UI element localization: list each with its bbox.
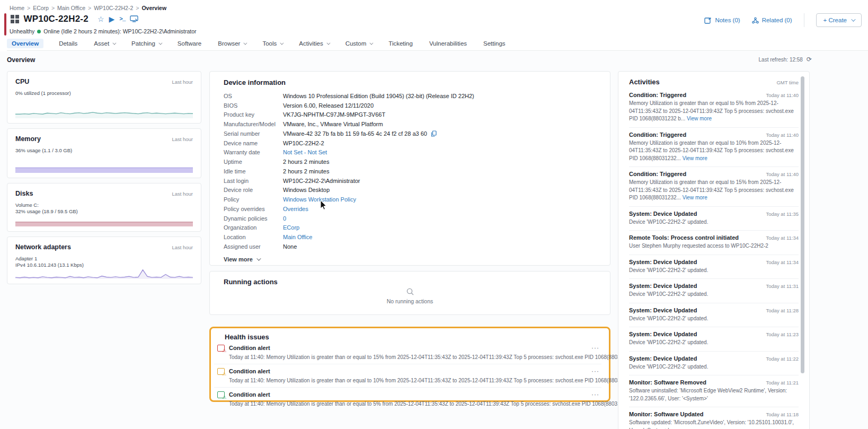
tab-label: Custom <box>346 40 367 47</box>
remote-session-icon[interactable] <box>130 15 138 23</box>
run-automation-icon[interactable]: ▶ <box>109 15 114 23</box>
device-info-label: OS <box>224 93 283 99</box>
activity-item[interactable]: Condition: Triggered Today at 11:40 Memo… <box>629 167 799 207</box>
activity-description: Device 'WP10C-22H2-2' updated. <box>629 218 799 226</box>
device-tab[interactable]: Browser <box>217 39 247 48</box>
row-menu-ellipsis-icon[interactable]: ··· <box>589 367 601 375</box>
activities-panel: Activities GMT time Condition: Triggered… <box>618 71 810 429</box>
device-info-value: VK7JG-NPHTM-C97JM-9MPGT-3V66T <box>283 111 385 118</box>
activity-title: System: Device Updated <box>629 307 697 313</box>
condition-alert-description: Today at 11:40: Memory Utilization is gr… <box>229 401 665 407</box>
condition-alert-label: Condition alert <box>229 368 270 374</box>
device-info-row: Last login WP10C-22H2-2\Administrator <box>224 176 596 186</box>
activity-item[interactable]: System: Device Updated Today at 11:35 De… <box>629 207 799 231</box>
online-dot-icon <box>37 30 41 33</box>
activity-item[interactable]: System: Device Updated Today at 11:34 De… <box>629 255 799 279</box>
favorite-star-icon[interactable]: ☆ <box>98 15 104 23</box>
create-button[interactable]: + Create <box>816 13 862 27</box>
device-info-label: Dynamic policies <box>224 215 283 222</box>
activity-description: Device 'WP10C-22H2-2' updated. <box>629 339 799 347</box>
breadcrumb-item[interactable]: Main Office <box>57 5 85 11</box>
activity-title: System: Device Updated <box>629 259 697 265</box>
breadcrumb-item[interactable]: ECorp <box>33 5 49 11</box>
activities-timezone: GMT time <box>776 80 799 85</box>
activity-time: Today at 11:34 <box>766 259 799 265</box>
activity-item[interactable]: Remote Tools: Process control initiated … <box>629 231 799 255</box>
health-status-label: Unhealthy <box>10 28 34 34</box>
breadcrumb-item[interactable]: Overview <box>141 5 166 11</box>
terminal-icon[interactable]: >_ <box>119 16 125 22</box>
breadcrumb-item[interactable]: WP10C-22H2-2 <box>94 5 133 11</box>
device-tab[interactable]: Patching <box>130 39 162 48</box>
view-more-toggle[interactable]: View more <box>224 256 596 262</box>
device-info-row: Serial number VMware-42 32 7b fa bb 11 5… <box>224 129 596 138</box>
view-more-link[interactable]: View more <box>683 155 707 161</box>
device-tab[interactable]: Tools <box>261 39 284 48</box>
device-tab[interactable]: Overview <box>7 39 43 48</box>
create-button-label: + Create <box>823 17 847 23</box>
activity-title: Monitor: Software Removed <box>629 379 706 386</box>
device-info-row: Warranty date Not Set - Not Set <box>224 148 596 157</box>
related-label: Related (0) <box>762 17 792 23</box>
activity-item[interactable]: Condition: Triggered Today at 11:40 Memo… <box>629 128 799 168</box>
device-tab[interactable]: Custom <box>344 39 374 48</box>
activity-description: Device 'WP10C-22H2-2' updated. <box>629 315 799 323</box>
device-info-row: Idle time 2 hours 2 minutes <box>224 167 596 176</box>
refresh-icon[interactable]: ⟳ <box>807 56 812 63</box>
activities-scrollbar[interactable] <box>801 76 804 373</box>
device-tab[interactable]: Settings <box>482 39 507 48</box>
metric-line-1: Volume C: <box>7 197 201 208</box>
metric-card: CPU Last hour 0% utilized (1 processor) <box>7 71 201 124</box>
related-button[interactable]: Related (0) <box>752 17 792 24</box>
device-information-card: Device information OS Windows 10 Profess… <box>209 71 610 266</box>
activity-time: Today at 11:31 <box>766 283 799 289</box>
activity-title: System: Device Updated <box>629 355 697 362</box>
metric-line-1: Adapter 1 <box>7 251 201 261</box>
activity-item[interactable]: System: Device Updated Today at 11:28 De… <box>629 303 799 328</box>
device-tab[interactable]: Asset <box>93 39 116 48</box>
chevron-down-icon <box>256 256 261 260</box>
chevron-down-icon <box>112 41 116 45</box>
metric-card-period: Last hour <box>172 244 193 250</box>
view-more-link[interactable]: View more <box>687 116 712 121</box>
device-tab[interactable]: Vulnerabilities <box>428 39 468 48</box>
activity-item[interactable]: Monitor: Software Updated Today at 11:18… <box>629 407 799 429</box>
activity-title: Condition: Triggered <box>629 171 686 177</box>
activity-item[interactable]: Monitor: Software Removed Today at 11:21… <box>629 375 799 407</box>
breadcrumb-item[interactable]: Home <box>10 5 24 11</box>
notes-label: Notes (0) <box>715 17 740 23</box>
windows-os-icon <box>11 15 19 23</box>
activity-title: System: Device Updated <box>629 211 697 217</box>
view-more-label: View more <box>224 256 253 262</box>
copy-icon[interactable] <box>431 130 437 137</box>
last-refresh: Last refresh: 12:58 ⟳ <box>759 56 812 63</box>
activity-description: Device 'WP10C-22H2-2' updated. <box>629 363 799 371</box>
activity-time: Today at 11:21 <box>766 380 799 386</box>
notes-button[interactable]: Notes (0) <box>704 17 740 24</box>
activity-item[interactable]: System: Device Updated Today at 11:31 De… <box>629 279 799 303</box>
activity-item[interactable]: Condition: Triggered Today at 11:40 Memo… <box>629 88 799 128</box>
activity-time: Today at 11:22 <box>766 356 799 362</box>
condition-alert-description: Today at 11:40: Memory Utilization is gr… <box>229 354 663 360</box>
activity-item[interactable]: System: Device Updated Today at 11:22 De… <box>629 352 799 376</box>
device-info-row: Device role Windows Desktop <box>224 186 596 195</box>
condition-alert-icon: ⚠ <box>217 368 225 375</box>
device-tab[interactable]: Details <box>58 39 78 48</box>
device-info-value: 2 hours 2 minutes <box>283 159 329 165</box>
metric-cards-column: CPU Last hour 0% utilized (1 processor) … <box>7 71 201 284</box>
device-info-label: Device role <box>224 187 283 193</box>
activity-time: Today at 11:40 <box>766 171 799 177</box>
view-more-link[interactable]: View more <box>683 195 707 200</box>
activity-item[interactable]: System: Device Updated Today at 11:23 De… <box>629 327 799 352</box>
device-tab[interactable]: Software <box>176 39 202 48</box>
tab-label: Ticketing <box>388 40 413 47</box>
breadcrumb-separator: > <box>136 5 139 11</box>
device-info-value: WP10C-22H2-2 <box>283 140 324 146</box>
device-tab[interactable]: Activities <box>298 39 330 48</box>
activity-title: Condition: Triggered <box>629 92 686 98</box>
device-tab[interactable]: Ticketing <box>387 39 414 48</box>
row-menu-ellipsis-icon[interactable]: ··· <box>589 391 601 398</box>
metric-card-period: Last hour <box>172 79 193 85</box>
running-actions-title: Running actions <box>224 278 596 286</box>
row-menu-ellipsis-icon[interactable]: ··· <box>589 344 601 352</box>
